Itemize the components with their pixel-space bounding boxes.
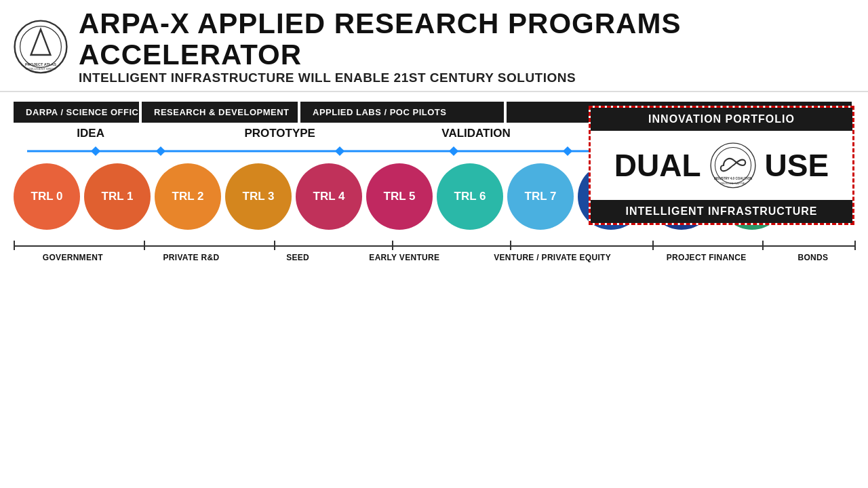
svg-text:INDUSTRY 4.0 COALITION: INDUSTRY 4.0 COALITION	[713, 177, 752, 180]
svg-text:INTELLIGENT GRIDS: INTELLIGENT GRIDS	[26, 68, 55, 71]
trl-circle-5: TRL 5	[366, 163, 433, 230]
stage-label-1: PROTOTYPE	[167, 127, 392, 140]
main-title: ARPA-X APPLIED RESEARCH PROGRAMS ACCELER…	[79, 8, 854, 70]
diamond-4	[449, 146, 458, 156]
project-atlas-logo: PROJECT ATLAS INTELLIGENT GRIDS	[14, 20, 68, 74]
innovation-header: INNOVATION PORTFOLIO	[591, 108, 852, 131]
tick-7	[854, 241, 856, 250]
diamond-2	[156, 146, 165, 156]
stage-label-2: VALIDATION	[392, 127, 560, 140]
innovation-portfolio-box: INNOVATION PORTFOLIO DUAL INDUSTRY 4.0 C…	[589, 106, 854, 225]
tick-2	[274, 241, 275, 250]
trl-circle-6: TRL 6	[437, 163, 503, 230]
funding-baseline	[14, 245, 854, 247]
dual-label: DUAL	[614, 147, 701, 184]
industry-coalition-logo: INDUSTRY 4.0 COALITION TRUSTED CAPITAL	[709, 142, 757, 189]
tick-1	[144, 241, 145, 250]
svg-text:TRUSTED CAPITAL: TRUSTED CAPITAL	[720, 182, 747, 185]
svg-text:PROJECT ATLAS: PROJECT ATLAS	[25, 62, 56, 66]
dual-use-row: DUAL INDUSTRY 4.0 COALITION TRUSTED CAPI…	[591, 131, 852, 200]
funding-labels: GOVERNMENTPRIVATE R&DSEEDEARLY VENTUREVE…	[14, 253, 854, 262]
use-label: USE	[765, 147, 829, 184]
tick-6	[762, 241, 764, 250]
phase-item-2: APPLIED LABS / POC PILOTS	[300, 102, 504, 123]
header: PROJECT ATLAS INTELLIGENT GRIDS ARPA-X A…	[0, 0, 868, 92]
phase-item-1: RESEARCH & DEVELOPMENT	[142, 102, 298, 123]
trl-circle-1: TRL 1	[84, 163, 151, 230]
funding-label-6: BONDS	[772, 253, 854, 262]
funding-container: GOVERNMENTPRIVATE R&DSEEDEARLY VENTUREVE…	[14, 241, 854, 262]
subtitle: INTELLIGENT INFRASTRUCTURE WILL ENABLE 2…	[79, 70, 854, 85]
funding-label-2: SEED	[250, 253, 345, 262]
funding-label-4: VENTURE / PRIVATE EQUITY	[464, 253, 642, 262]
phase-item-0: DARPA / SCIENCE OFFICE	[14, 102, 139, 123]
header-text: ARPA-X APPLIED RESEARCH PROGRAMS ACCELER…	[79, 8, 854, 85]
innovation-footer: INTELLIGENT INFRASTRUCTURE	[591, 200, 852, 223]
diamond-1	[91, 146, 100, 156]
trl-circle-3: TRL 3	[225, 163, 292, 230]
trl-circle-4: TRL 4	[296, 163, 362, 230]
svg-marker-2	[31, 30, 51, 56]
funding-label-3: EARLY VENTURE	[345, 253, 464, 262]
tick-0	[14, 241, 15, 250]
tick-3	[392, 241, 393, 250]
stage-label-0: IDEA	[14, 127, 167, 140]
diamond-3	[335, 146, 344, 156]
funding-label-1: PRIVATE R&D	[132, 253, 251, 262]
trl-circle-7: TRL 7	[507, 163, 574, 230]
content-area: INNOVATION PORTFOLIO DUAL INDUSTRY 4.0 C…	[14, 163, 854, 230]
funding-line	[14, 241, 854, 250]
tick-5	[652, 241, 654, 250]
funding-label-5: PROJECT FINANCE	[642, 253, 772, 262]
tick-4	[510, 241, 511, 250]
svg-point-1	[20, 26, 62, 68]
diamond-5	[563, 146, 572, 156]
funding-label-0: GOVERNMENT	[14, 253, 132, 262]
trl-circle-2: TRL 2	[155, 163, 221, 230]
trl-circle-0: TRL 0	[14, 163, 80, 230]
